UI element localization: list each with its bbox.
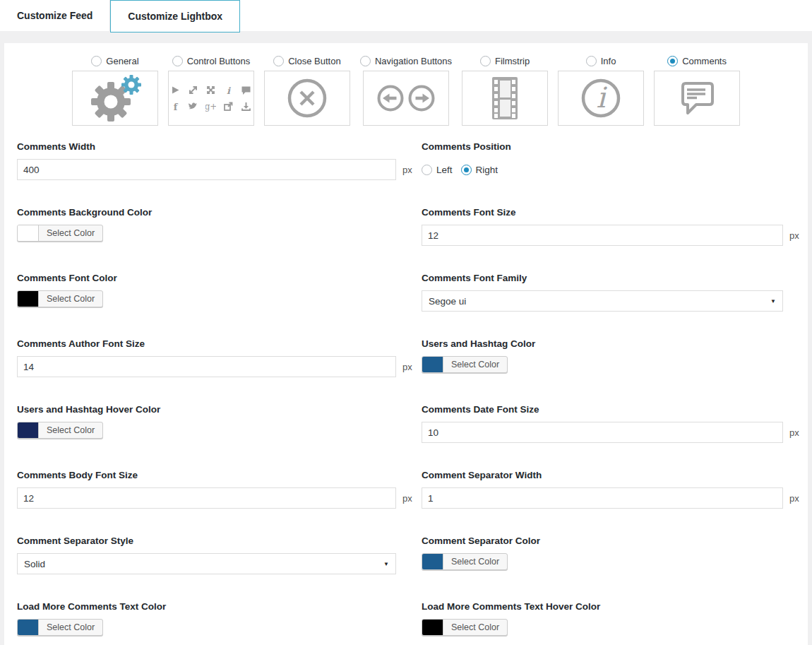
section-label: Comments (682, 56, 727, 66)
comments-section-button[interactable] (654, 71, 740, 126)
px-suffix: px (789, 493, 799, 504)
comments-author-font-size-field: Comments Author Font Size px (17, 338, 396, 377)
users-hashtag-color-select-color-button[interactable]: Select Color (422, 356, 508, 373)
info-circle-icon: i (578, 76, 623, 121)
filmstrip-radio[interactable] (480, 56, 491, 66)
load-more-comments-text-hover-color-field: Load More Comments Text Hover Color Sele… (422, 601, 783, 638)
color-swatch (422, 357, 443, 372)
color-swatch (18, 291, 39, 307)
section-filmstrip: Filmstrip (462, 56, 548, 126)
comments-width-field: Comments Width px (17, 141, 396, 180)
px-suffix: px (402, 165, 412, 175)
svg-text:i: i (597, 81, 608, 114)
tab-customize-lightbox[interactable]: Customize Lightbox (110, 0, 240, 32)
position-left-radio[interactable] (422, 165, 432, 175)
nav-arrows-icon (367, 76, 445, 121)
select-color-label: Select Color (443, 622, 507, 632)
close-button-section-button[interactable] (264, 71, 350, 126)
gear-icon (87, 75, 143, 122)
section-comments: Comments (654, 56, 740, 126)
info-radio[interactable] (586, 56, 597, 66)
comments-font-size-field: Comments Font Size px (422, 207, 783, 246)
color-swatch (18, 225, 39, 241)
googleplus-icon: g+ (205, 101, 216, 112)
tab-bar: Customize Feed Customize Lightbox (0, 0, 812, 31)
field-label: Users and Hashtag Hover Color (17, 404, 396, 415)
section-control-buttons: Control Buttons (168, 56, 254, 126)
load-more-comments-text-color-field: Load More Comments Text Color Select Col… (17, 601, 396, 638)
users-hashtag-hover-color-select-color-button[interactable]: Select Color (17, 422, 103, 439)
section-label: Close Button (288, 56, 340, 66)
control-buttons-icon: i f g+ (170, 85, 251, 112)
comments-font-color-select-color-button[interactable]: Select Color (17, 290, 103, 307)
comment-separator-width-field: Comment Separator Width px (422, 470, 783, 509)
field-label: Comments Date Font Size (422, 404, 783, 415)
section-label: Filmstrip (495, 56, 530, 66)
tab-customize-feed[interactable]: Customize Feed (0, 0, 110, 31)
tab-label: Customize Lightbox (128, 11, 222, 22)
load-more-comments-text-hover-color-select-color-button[interactable]: Select Color (422, 619, 508, 636)
position-right-radio[interactable] (461, 165, 472, 175)
field-label: Comment Separator Color (422, 535, 783, 546)
control-buttons-radio[interactable] (172, 56, 183, 66)
select-color-label: Select Color (39, 425, 102, 435)
comments-background-color-field: Comments Background Color Select Color (17, 207, 396, 246)
section-label: Control Buttons (187, 56, 251, 66)
comment-separator-color-select-color-button[interactable]: Select Color (422, 553, 508, 570)
svg-text:i: i (227, 85, 231, 96)
select-color-label: Select Color (39, 228, 102, 238)
px-suffix: px (402, 362, 412, 372)
caret-down-icon: ▼ (770, 298, 776, 304)
section-label: Info (601, 56, 616, 66)
twitter-icon (188, 101, 198, 112)
navigation-buttons-section-button[interactable] (363, 71, 449, 126)
users-hashtag-hover-color-field: Users and Hashtag Hover Color Select Col… (17, 404, 396, 443)
field-label: Load More Comments Text Color (17, 601, 396, 612)
comments-font-color-field: Comments Font Color Select Color (17, 273, 396, 312)
general-radio[interactable] (91, 56, 102, 66)
select-value: Solid (24, 559, 45, 569)
svg-text:f: f (174, 102, 179, 112)
comment-separator-width-input[interactable] (422, 487, 783, 509)
section-general: General (72, 56, 158, 126)
px-suffix: px (789, 427, 799, 438)
lightbox-section-selector: General (13, 56, 799, 126)
lightbox-settings-panel: General (4, 43, 808, 645)
facebook-icon: f (170, 101, 181, 112)
comments-date-font-size-input[interactable] (422, 422, 783, 443)
comment-separator-style-select[interactable]: Solid ▼ (17, 553, 396, 574)
close-button-radio[interactable] (273, 56, 284, 66)
field-label: Comments Author Font Size (17, 338, 396, 349)
comments-body-font-size-field: Comments Body Font Size px (17, 470, 396, 509)
comments-font-family-field: Comments Font Family Segoe ui ▼ (422, 273, 783, 312)
comments-background-select-color-button[interactable]: Select Color (17, 225, 103, 242)
section-close-button: Close Button (264, 56, 350, 126)
radio-label: Left (436, 165, 453, 175)
comments-width-input[interactable] (17, 159, 396, 180)
comments-settings-form: Comments Width px Comments Position Left… (13, 141, 799, 645)
info-section-button[interactable]: i (558, 71, 644, 126)
select-color-label: Select Color (39, 622, 102, 632)
comments-position-field: Comments Position Left Right (422, 141, 783, 180)
section-label: Navigation Buttons (375, 56, 452, 66)
comments-font-size-input[interactable] (422, 225, 783, 246)
comments-radio[interactable] (667, 56, 678, 66)
comments-author-font-size-input[interactable] (17, 356, 396, 377)
expand-icon (205, 85, 216, 95)
comments-font-family-select[interactable]: Segoe ui ▼ (422, 290, 783, 312)
color-swatch (422, 620, 443, 635)
control-buttons-section-button[interactable]: i f g+ (168, 71, 254, 126)
navigation-buttons-radio[interactable] (360, 56, 371, 66)
select-color-label: Select Color (443, 557, 507, 567)
tab-label: Customize Feed (17, 10, 92, 21)
filmstrip-section-button[interactable] (462, 71, 548, 126)
general-section-button[interactable] (72, 71, 158, 126)
svg-text:g+: g+ (205, 102, 216, 112)
field-label: Comments Body Font Size (17, 470, 396, 480)
load-more-comments-text-color-select-color-button[interactable]: Select Color (17, 619, 103, 636)
comments-date-font-size-field: Comments Date Font Size px (422, 404, 783, 443)
comments-body-font-size-input[interactable] (17, 487, 396, 509)
comments-position-radios: Left Right (422, 159, 783, 180)
play-icon (170, 85, 181, 95)
filmstrip-icon (482, 75, 527, 122)
